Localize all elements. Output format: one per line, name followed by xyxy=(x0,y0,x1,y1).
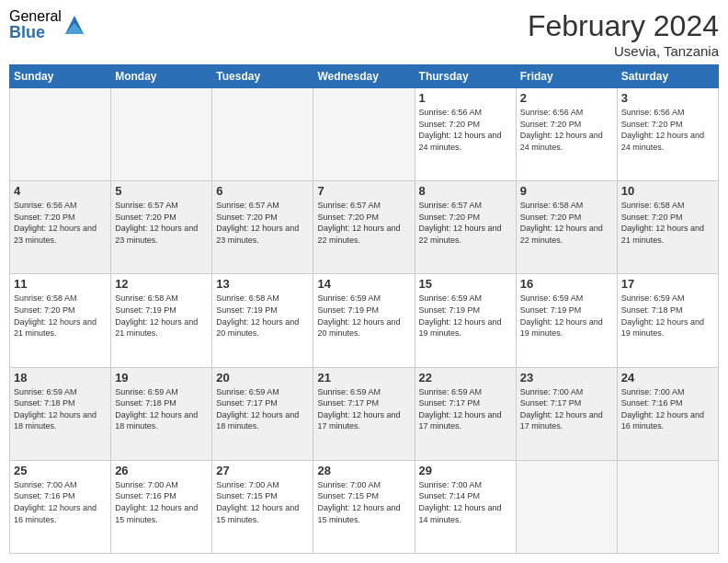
day-info: Sunrise: 6:59 AM Sunset: 7:19 PM Dayligh… xyxy=(419,293,512,339)
calendar-cell: 25Sunrise: 7:00 AM Sunset: 7:16 PM Dayli… xyxy=(10,460,111,553)
logo-icon xyxy=(65,16,84,34)
day-info: Sunrise: 7:00 AM Sunset: 7:16 PM Dayligh… xyxy=(621,386,714,432)
logo: General Blue xyxy=(9,9,84,40)
day-number: 6 xyxy=(216,184,309,198)
day-number: 2 xyxy=(520,91,613,105)
day-number: 12 xyxy=(115,277,208,291)
day-number: 16 xyxy=(520,277,613,291)
calendar-week-row: 1Sunrise: 6:56 AM Sunset: 7:20 PM Daylig… xyxy=(10,88,719,181)
calendar-cell: 24Sunrise: 7:00 AM Sunset: 7:16 PM Dayli… xyxy=(617,367,718,460)
logo-blue: Blue xyxy=(9,24,62,40)
day-number: 25 xyxy=(14,464,107,477)
calendar-cell: 14Sunrise: 6:59 AM Sunset: 7:19 PM Dayli… xyxy=(313,274,415,367)
calendar-cell xyxy=(111,88,212,181)
calendar-cell: 7Sunrise: 6:57 AM Sunset: 7:20 PM Daylig… xyxy=(313,181,415,274)
day-number: 21 xyxy=(317,371,410,385)
calendar-cell: 18Sunrise: 6:59 AM Sunset: 7:18 PM Dayli… xyxy=(10,367,111,460)
weekday-header: Monday xyxy=(111,65,212,88)
calendar-cell: 23Sunrise: 7:00 AM Sunset: 7:17 PM Dayli… xyxy=(516,367,617,460)
day-info: Sunrise: 7:00 AM Sunset: 7:16 PM Dayligh… xyxy=(115,479,208,525)
day-info: Sunrise: 6:56 AM Sunset: 7:20 PM Dayligh… xyxy=(419,107,512,153)
calendar-cell: 16Sunrise: 6:59 AM Sunset: 7:19 PM Dayli… xyxy=(516,274,617,367)
day-info: Sunrise: 6:57 AM Sunset: 7:20 PM Dayligh… xyxy=(317,200,410,246)
day-info: Sunrise: 6:59 AM Sunset: 7:18 PM Dayligh… xyxy=(14,386,107,432)
day-number: 3 xyxy=(621,91,714,105)
day-number: 26 xyxy=(115,464,208,477)
day-info: Sunrise: 6:58 AM Sunset: 7:19 PM Dayligh… xyxy=(216,293,309,339)
day-number: 14 xyxy=(317,277,410,291)
day-number: 1 xyxy=(419,91,512,105)
calendar-cell: 6Sunrise: 6:57 AM Sunset: 7:20 PM Daylig… xyxy=(212,181,313,274)
calendar: SundayMondayTuesdayWednesdayThursdayFrid… xyxy=(9,64,719,554)
calendar-cell: 4Sunrise: 6:56 AM Sunset: 7:20 PM Daylig… xyxy=(10,181,111,274)
calendar-week-row: 11Sunrise: 6:58 AM Sunset: 7:20 PM Dayli… xyxy=(10,274,719,367)
day-info: Sunrise: 7:00 AM Sunset: 7:16 PM Dayligh… xyxy=(14,479,107,525)
calendar-cell xyxy=(516,460,617,553)
day-info: Sunrise: 6:59 AM Sunset: 7:17 PM Dayligh… xyxy=(216,386,309,432)
day-number: 20 xyxy=(216,371,309,385)
day-number: 18 xyxy=(14,371,107,385)
calendar-cell xyxy=(617,460,718,553)
day-number: 5 xyxy=(115,184,208,198)
calendar-cell: 20Sunrise: 6:59 AM Sunset: 7:17 PM Dayli… xyxy=(212,367,313,460)
day-number: 28 xyxy=(317,464,410,477)
day-info: Sunrise: 6:57 AM Sunset: 7:20 PM Dayligh… xyxy=(419,200,512,246)
calendar-cell xyxy=(313,88,415,181)
day-info: Sunrise: 7:00 AM Sunset: 7:14 PM Dayligh… xyxy=(419,479,512,525)
calendar-cell: 5Sunrise: 6:57 AM Sunset: 7:20 PM Daylig… xyxy=(111,181,212,274)
weekday-header: Friday xyxy=(516,65,617,88)
day-info: Sunrise: 6:56 AM Sunset: 7:20 PM Dayligh… xyxy=(14,200,107,246)
weekday-header: Sunday xyxy=(10,65,111,88)
calendar-cell: 27Sunrise: 7:00 AM Sunset: 7:15 PM Dayli… xyxy=(212,460,313,553)
header: General Blue February 2024 Usevia, Tanza… xyxy=(9,9,719,59)
day-number: 24 xyxy=(621,371,714,385)
header-row: SundayMondayTuesdayWednesdayThursdayFrid… xyxy=(10,65,719,88)
calendar-cell: 3Sunrise: 6:56 AM Sunset: 7:20 PM Daylig… xyxy=(617,88,718,181)
day-number: 22 xyxy=(419,371,512,385)
weekday-header: Tuesday xyxy=(212,65,313,88)
calendar-cell: 15Sunrise: 6:59 AM Sunset: 7:19 PM Dayli… xyxy=(415,274,516,367)
day-info: Sunrise: 7:00 AM Sunset: 7:15 PM Dayligh… xyxy=(216,479,309,525)
day-info: Sunrise: 6:59 AM Sunset: 7:17 PM Dayligh… xyxy=(317,386,410,432)
day-info: Sunrise: 7:00 AM Sunset: 7:17 PM Dayligh… xyxy=(520,386,613,432)
calendar-cell: 17Sunrise: 6:59 AM Sunset: 7:18 PM Dayli… xyxy=(617,274,718,367)
calendar-cell: 12Sunrise: 6:58 AM Sunset: 7:19 PM Dayli… xyxy=(111,274,212,367)
day-number: 10 xyxy=(621,184,714,198)
day-number: 4 xyxy=(14,184,107,198)
weekday-header: Saturday xyxy=(617,65,718,88)
calendar-cell: 2Sunrise: 6:56 AM Sunset: 7:20 PM Daylig… xyxy=(516,88,617,181)
calendar-week-row: 18Sunrise: 6:59 AM Sunset: 7:18 PM Dayli… xyxy=(10,367,719,460)
day-info: Sunrise: 6:58 AM Sunset: 7:20 PM Dayligh… xyxy=(520,200,613,246)
calendar-cell: 29Sunrise: 7:00 AM Sunset: 7:14 PM Dayli… xyxy=(415,460,516,553)
weekday-header: Wednesday xyxy=(313,65,415,88)
calendar-cell: 9Sunrise: 6:58 AM Sunset: 7:20 PM Daylig… xyxy=(516,181,617,274)
page: General Blue February 2024 Usevia, Tanza… xyxy=(0,0,728,563)
day-info: Sunrise: 6:58 AM Sunset: 7:19 PM Dayligh… xyxy=(115,293,208,339)
day-number: 9 xyxy=(520,184,613,198)
calendar-cell: 10Sunrise: 6:58 AM Sunset: 7:20 PM Dayli… xyxy=(617,181,718,274)
day-number: 23 xyxy=(520,371,613,385)
logo-text: General Blue xyxy=(9,9,62,40)
logo-general: General xyxy=(9,9,62,24)
calendar-cell: 8Sunrise: 6:57 AM Sunset: 7:20 PM Daylig… xyxy=(415,181,516,274)
calendar-cell xyxy=(10,88,111,181)
day-number: 17 xyxy=(621,277,714,291)
day-info: Sunrise: 6:58 AM Sunset: 7:20 PM Dayligh… xyxy=(621,200,714,246)
calendar-cell: 1Sunrise: 6:56 AM Sunset: 7:20 PM Daylig… xyxy=(415,88,516,181)
calendar-week-row: 25Sunrise: 7:00 AM Sunset: 7:16 PM Dayli… xyxy=(10,460,719,553)
calendar-cell: 13Sunrise: 6:58 AM Sunset: 7:19 PM Dayli… xyxy=(212,274,313,367)
calendar-cell: 22Sunrise: 6:59 AM Sunset: 7:17 PM Dayli… xyxy=(415,367,516,460)
day-number: 29 xyxy=(419,464,512,477)
day-number: 27 xyxy=(216,464,309,477)
calendar-cell xyxy=(212,88,313,181)
day-info: Sunrise: 6:59 AM Sunset: 7:18 PM Dayligh… xyxy=(621,293,714,339)
day-info: Sunrise: 6:59 AM Sunset: 7:19 PM Dayligh… xyxy=(520,293,613,339)
calendar-cell: 28Sunrise: 7:00 AM Sunset: 7:15 PM Dayli… xyxy=(313,460,415,553)
calendar-cell: 11Sunrise: 6:58 AM Sunset: 7:20 PM Dayli… xyxy=(10,274,111,367)
day-number: 13 xyxy=(216,277,309,291)
day-info: Sunrise: 6:58 AM Sunset: 7:20 PM Dayligh… xyxy=(14,293,107,339)
month-title: February 2024 xyxy=(528,9,719,43)
day-info: Sunrise: 6:56 AM Sunset: 7:20 PM Dayligh… xyxy=(621,107,714,153)
location: Usevia, Tanzania xyxy=(528,43,719,59)
day-info: Sunrise: 6:59 AM Sunset: 7:19 PM Dayligh… xyxy=(317,293,410,339)
